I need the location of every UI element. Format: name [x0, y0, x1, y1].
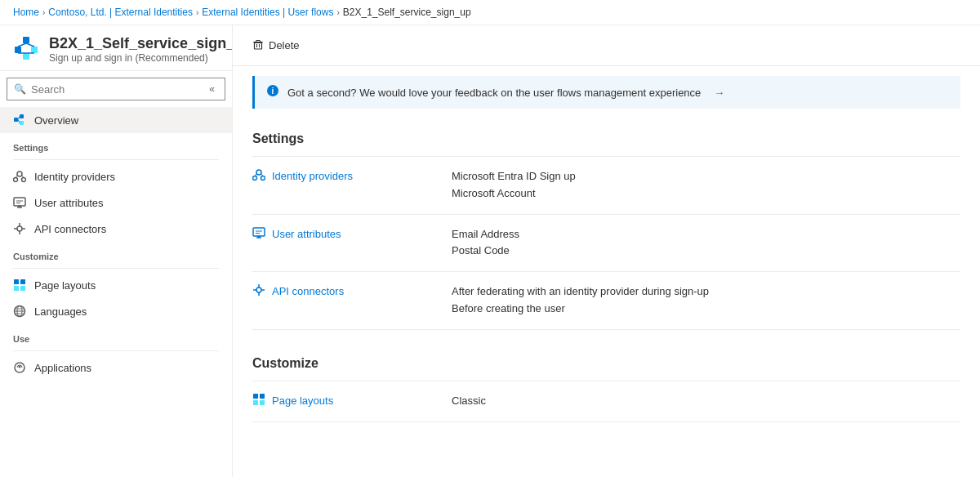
- svg-rect-9: [20, 114, 24, 118]
- page-title: B2X_1_Self_service_sign_up: [49, 35, 233, 52]
- sidebar-user-attributes-label: User attributes: [34, 197, 104, 209]
- svg-text:i: i: [272, 87, 274, 96]
- identity-providers-link[interactable]: Identity providers: [272, 170, 353, 182]
- identity-providers-icon: [13, 170, 26, 183]
- user-attributes-icon: [13, 196, 26, 209]
- toolbar: Delete: [233, 25, 980, 66]
- page-layouts-row: Page layouts Classic: [252, 381, 960, 422]
- customize-divider: [13, 268, 219, 269]
- use-divider: [13, 350, 219, 351]
- sidebar-item-overview[interactable]: Overview: [0, 107, 232, 133]
- breadcrumb: Home › Contoso, Ltd. | External Identiti…: [0, 0, 980, 25]
- sidebar-item-overview-label: Overview: [34, 114, 78, 127]
- svg-rect-2: [31, 47, 38, 53]
- svg-rect-32: [20, 286, 25, 291]
- sidebar-item-applications[interactable]: Applications: [0, 354, 232, 381]
- delete-button[interactable]: Delete: [252, 35, 300, 56]
- sidebar-page-layouts-label: Page layouts: [34, 279, 96, 292]
- svg-point-48: [261, 176, 265, 181]
- search-icon: 🔍: [14, 83, 26, 95]
- svg-line-5: [26, 43, 34, 47]
- page-header: B2X_1_Self_service_sign_up Sign up and s…: [0, 25, 232, 71]
- info-banner: i Got a second? We would love your feedb…: [252, 76, 960, 109]
- settings-content-section: Settings Identity providers: [233, 118, 980, 343]
- sidebar-item-languages[interactable]: Languages: [0, 298, 232, 324]
- user-attributes-values: Email Address Postal Code: [452, 226, 960, 261]
- svg-rect-10: [20, 121, 24, 125]
- sidebar-api-connectors-label: API connectors: [34, 223, 106, 235]
- identity-providers-values: Microsoft Entra ID Sign up Microsoft Acc…: [452, 168, 960, 203]
- sidebar-languages-label: Languages: [34, 305, 87, 318]
- svg-point-47: [253, 176, 257, 181]
- delete-label: Delete: [269, 39, 300, 51]
- page-layouts-row-icon: [252, 393, 265, 408]
- svg-rect-41: [255, 43, 262, 50]
- content-area: Delete i Got a second? We would love you…: [233, 25, 980, 477]
- sidebar-item-identity-providers[interactable]: Identity providers: [0, 163, 232, 189]
- applications-icon: [13, 361, 26, 374]
- svg-rect-30: [20, 279, 25, 284]
- info-banner-arrow[interactable]: →: [714, 87, 724, 99]
- search-container: 🔍 «: [0, 71, 232, 107]
- svg-rect-65: [260, 400, 265, 405]
- api-connectors-link[interactable]: API connectors: [272, 285, 344, 297]
- sidebar-identity-providers-label: Identity providers: [34, 171, 115, 183]
- identity-providers-value-2: Microsoft Account: [452, 185, 960, 203]
- sidebar-item-api-connectors[interactable]: API connectors: [0, 216, 232, 242]
- customize-heading: Customize: [252, 343, 960, 371]
- settings-heading: Settings: [252, 132, 960, 146]
- sidebar-applications-label: Applications: [34, 362, 91, 374]
- identity-providers-row: Identity providers Microsoft Entra ID Si…: [252, 157, 960, 215]
- svg-rect-62: [253, 394, 258, 399]
- use-section-label: Use: [0, 324, 232, 347]
- svg-point-14: [14, 178, 18, 182]
- user-attributes-row: User attributes Email Address Postal Cod…: [252, 215, 960, 273]
- api-connectors-value-2: Before creating the user: [452, 301, 960, 318]
- user-attributes-row-icon: [252, 226, 265, 242]
- breadcrumb-contoso[interactable]: Contoso, Ltd. | External Identities: [48, 7, 193, 18]
- user-attributes-value-1: Email Address: [452, 226, 960, 243]
- sidebar-item-user-attributes[interactable]: User attributes: [0, 189, 232, 216]
- api-connectors-value-1: After federating with an identity provid…: [452, 283, 960, 301]
- svg-rect-51: [253, 228, 265, 236]
- svg-rect-3: [23, 53, 29, 60]
- page-layouts-icon: [13, 279, 26, 292]
- breadcrumb-userflows[interactable]: External Identities | User flows: [202, 7, 333, 18]
- identity-providers-value-1: Microsoft Entra ID Sign up: [452, 168, 960, 185]
- sidebar: B2X_1_Self_service_sign_up Sign up and s…: [0, 25, 233, 477]
- svg-point-15: [22, 178, 26, 182]
- svg-point-46: [256, 170, 261, 175]
- svg-rect-18: [14, 198, 25, 206]
- svg-rect-29: [14, 279, 19, 284]
- breadcrumb-home[interactable]: Home: [13, 7, 39, 18]
- breadcrumb-current: B2X_1_Self_service_sign_up: [343, 7, 471, 18]
- svg-point-39: [19, 366, 21, 368]
- svg-rect-63: [260, 394, 265, 399]
- overview-icon: [13, 114, 26, 127]
- user-attributes-value-2: Postal Code: [452, 243, 960, 260]
- settings-divider: [13, 159, 219, 160]
- api-connectors-icon: [13, 222, 26, 235]
- user-attributes-link[interactable]: User attributes: [272, 228, 341, 240]
- settings-section-label: Settings: [0, 133, 232, 156]
- page-layouts-link[interactable]: Page layouts: [272, 395, 333, 407]
- languages-icon: [13, 305, 26, 318]
- api-connectors-row: API connectors After federating with an …: [252, 272, 960, 330]
- customize-section-label: Customize: [0, 242, 232, 265]
- sidebar-item-page-layouts[interactable]: Page layouts: [0, 272, 232, 298]
- api-connectors-values: After federating with an identity provid…: [452, 283, 960, 318]
- svg-line-12: [18, 120, 20, 123]
- identity-providers-row-icon: [252, 168, 265, 184]
- page-layouts-values: Classic: [452, 393, 960, 410]
- customize-content-section: Customize Page layouts: [233, 343, 980, 435]
- svg-rect-0: [15, 47, 21, 53]
- delete-icon: [252, 38, 264, 52]
- svg-point-57: [256, 288, 261, 292]
- api-connectors-row-icon: [252, 283, 265, 299]
- svg-rect-1: [23, 37, 29, 43]
- svg-point-24: [17, 226, 22, 231]
- collapse-button[interactable]: «: [206, 82, 218, 96]
- svg-line-4: [18, 43, 26, 47]
- b2x-icon: [13, 35, 39, 61]
- search-input[interactable]: [31, 83, 198, 96]
